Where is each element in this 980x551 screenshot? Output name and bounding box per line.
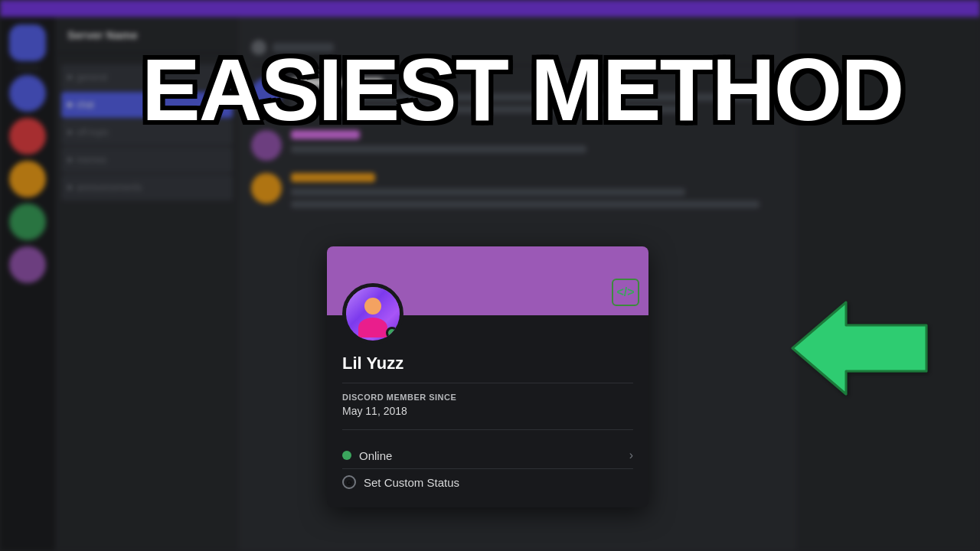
smiley-icon: ☺ — [342, 475, 356, 489]
profile-username: Lil Yuzz — [342, 354, 633, 383]
bg-top-bar — [0, 0, 980, 17]
profile-avatar — [342, 283, 403, 344]
status-chevron-icon: › — [629, 448, 633, 462]
bg-server-home — [9, 24, 46, 61]
profile-custom-status-row[interactable]: ☺ Set Custom Status — [342, 469, 633, 495]
status-label: Online — [359, 449, 622, 462]
bg-channel-item-4: memes — [61, 147, 233, 173]
bg-server-5 — [9, 246, 46, 283]
profile-card: </> Lil Yuzz DISCORD MEMBER SINCE May 11… — [327, 246, 648, 507]
custom-status-label: Set Custom Status — [364, 476, 459, 489]
profile-member-since-label: DISCORD MEMBER SINCE — [342, 393, 633, 402]
bg-channel-item-5: announcements — [61, 174, 233, 201]
online-dot — [386, 327, 398, 339]
bg-server-1 — [9, 75, 46, 112]
profile-member-since-date: May 11, 2018 — [342, 405, 633, 430]
main-title: EASIEST METHOD — [142, 46, 903, 134]
profile-code-badge: </> — [612, 279, 639, 306]
bg-server-2 — [9, 118, 46, 155]
profile-banner: </> — [327, 246, 648, 315]
code-icon: </> — [616, 285, 634, 299]
profile-status-row[interactable]: Online › — [342, 442, 633, 469]
bg-server-list — [0, 17, 55, 551]
bg-server-3 — [9, 161, 46, 197]
green-arrow — [785, 291, 938, 413]
profile-avatar-wrapper — [342, 283, 403, 344]
bg-server-4 — [9, 204, 46, 240]
status-green-dot — [342, 451, 351, 460]
